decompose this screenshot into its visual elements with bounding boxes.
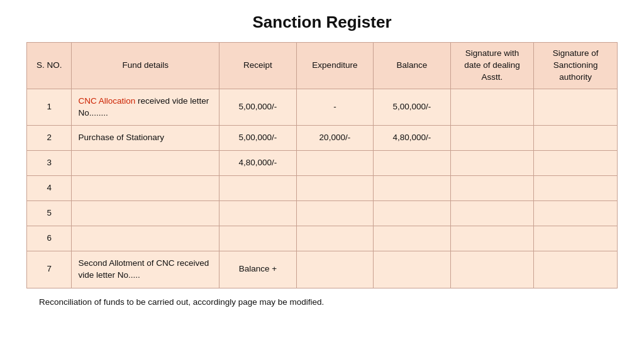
cell-receipt: 5,00,000/- [219, 89, 296, 126]
cell-receipt [219, 176, 296, 201]
header-fund: Fund details [72, 43, 219, 89]
cell-balance [374, 176, 450, 201]
header-expenditure: Expenditure [296, 43, 373, 89]
table-row: 5 [27, 201, 618, 226]
table-row: 2Purchase of Stationary5,00,000/-20,000/… [27, 126, 618, 151]
cell-sig-sanctioning [534, 89, 618, 126]
cell-sno: 7 [27, 251, 72, 288]
cell-sig-dealing [450, 176, 534, 201]
cell-sig-dealing [450, 251, 534, 288]
cell-fund [72, 151, 219, 176]
cell-expenditure [296, 226, 373, 251]
cell-expenditure: - [296, 89, 373, 126]
cell-expenditure [296, 176, 373, 201]
table-row: 7Second Allotment of CNC received vide l… [27, 251, 618, 288]
cell-balance [374, 151, 450, 176]
table-row: 34,80,000/- [27, 151, 618, 176]
cell-sig-dealing [450, 89, 534, 126]
cell-sno: 4 [27, 176, 72, 201]
footer-note: Reconciliation of funds to be carried ou… [39, 297, 324, 307]
header-sig-sanctioning: Signature of Sanctioning authority [534, 43, 618, 89]
cell-receipt: 5,00,000/- [219, 126, 296, 151]
cell-receipt [219, 201, 296, 226]
cell-sno: 5 [27, 201, 72, 226]
cell-sno: 2 [27, 126, 72, 151]
cell-balance [374, 201, 450, 226]
cell-expenditure: 20,000/- [296, 126, 373, 151]
cell-sig-dealing [450, 126, 534, 151]
cell-sig-dealing [450, 201, 534, 226]
header-receipt: Receipt [219, 43, 296, 89]
cell-expenditure [296, 151, 373, 176]
cell-receipt: 4,80,000/- [219, 151, 296, 176]
cell-sig-sanctioning [534, 126, 618, 151]
cell-sig-sanctioning [534, 176, 618, 201]
header-balance: Balance [374, 43, 450, 89]
cell-expenditure [296, 251, 373, 288]
cell-fund: CNC Allocation received vide letter No..… [72, 89, 219, 126]
cell-sig-sanctioning [534, 251, 618, 288]
cell-sno: 1 [27, 89, 72, 126]
header-sig-dealing: Signature with date of dealing Asstt. [450, 43, 534, 89]
cell-fund [72, 201, 219, 226]
cell-sig-sanctioning [534, 201, 618, 226]
cell-balance [374, 226, 450, 251]
cell-receipt [219, 226, 296, 251]
cell-fund [72, 226, 219, 251]
cell-receipt: Balance + [219, 251, 296, 288]
table-row: 1CNC Allocation received vide letter No.… [27, 89, 618, 126]
cell-fund [72, 176, 219, 201]
cell-balance: 4,80,000/- [374, 126, 450, 151]
table-row: 6 [27, 226, 618, 251]
cell-sig-dealing [450, 226, 534, 251]
cell-balance [374, 251, 450, 288]
cell-sig-sanctioning [534, 151, 618, 176]
cell-fund: Purchase of Stationary [72, 126, 219, 151]
sanction-register-table: S. NO. Fund details Receipt Expenditure … [26, 42, 618, 288]
page-title: Sanction Register [252, 13, 391, 32]
cell-fund: Second Allotment of CNC received vide le… [72, 251, 219, 288]
fund-highlight: CNC Allocation [78, 96, 135, 106]
cell-expenditure [296, 201, 373, 226]
header-sno: S. NO. [27, 43, 72, 89]
cell-balance: 5,00,000/- [374, 89, 450, 126]
cell-sig-sanctioning [534, 226, 618, 251]
cell-sno: 6 [27, 226, 72, 251]
cell-sno: 3 [27, 151, 72, 176]
cell-sig-dealing [450, 151, 534, 176]
table-row: 4 [27, 176, 618, 201]
